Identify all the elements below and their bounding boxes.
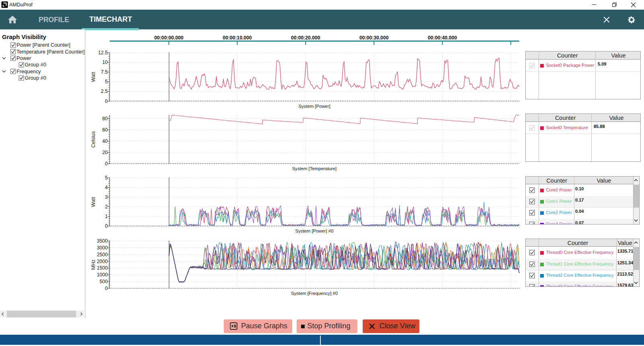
svg-text:2.5: 2.5 [101, 89, 108, 94]
svg-text:System [Power] #0: System [Power] #0 [295, 229, 334, 233]
svg-text:2500: 2500 [97, 252, 107, 257]
svg-text:MHz: MHz [91, 260, 96, 270]
svg-text:5: 5 [105, 79, 108, 84]
svg-text:12.5: 12.5 [98, 50, 108, 56]
svg-text:500: 500 [99, 279, 108, 284]
svg-text:3: 3 [105, 194, 108, 200]
svg-text:2000: 2000 [97, 259, 107, 264]
svg-text:0: 0 [105, 223, 108, 229]
svg-text:40: 40 [102, 138, 108, 144]
svg-text:7.5: 7.5 [101, 69, 108, 75]
svg-text:20: 20 [102, 150, 108, 155]
svg-text:System [Frequency] #0: System [Frequency] #0 [291, 291, 338, 296]
svg-text:80: 80 [102, 116, 108, 122]
svg-text:System [Power]: System [Power] [298, 104, 330, 109]
svg-text:3000: 3000 [97, 245, 107, 251]
svg-text:Celsius: Celsius [91, 131, 96, 148]
svg-text:00:00:00.000: 00:00:00.000 [154, 35, 184, 41]
svg-text:0: 0 [105, 286, 108, 291]
svg-text:60: 60 [102, 127, 108, 133]
svg-text:00:00:20.000: 00:00:20.000 [291, 35, 320, 41]
svg-text:Watt: Watt [91, 197, 96, 207]
svg-text:4: 4 [105, 185, 108, 190]
svg-text:1000: 1000 [97, 272, 107, 278]
svg-text:10: 10 [102, 60, 108, 65]
svg-text:1500: 1500 [97, 265, 107, 271]
svg-text:3500: 3500 [97, 238, 107, 244]
svg-text:0: 0 [105, 99, 108, 104]
svg-text:2: 2 [105, 204, 108, 210]
svg-text:00:00:40.000: 00:00:40.000 [428, 35, 457, 41]
svg-text:1: 1 [105, 214, 108, 219]
svg-text:00:00:10.000: 00:00:10.000 [223, 35, 252, 41]
svg-text:5: 5 [105, 175, 108, 181]
svg-text:0: 0 [105, 161, 108, 167]
svg-text:System [Temperature]: System [Temperature] [292, 166, 337, 171]
svg-text:Watt: Watt [91, 72, 96, 82]
svg-text:00:00:30.000: 00:00:30.000 [359, 35, 389, 41]
